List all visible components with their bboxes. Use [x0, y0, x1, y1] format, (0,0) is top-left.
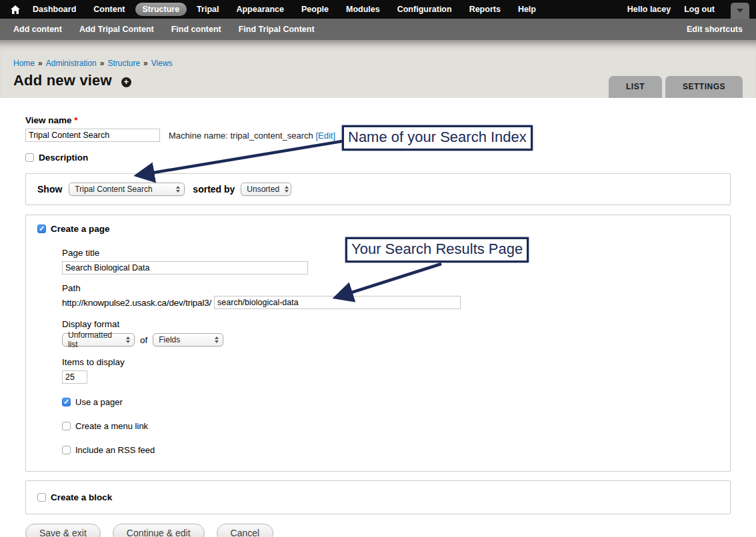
display-format-label: Display format — [62, 319, 719, 329]
breadcrumb-home[interactable]: Home — [13, 59, 35, 68]
local-tasks: LIST SETTINGS — [605, 76, 743, 98]
toolbar-item-reports[interactable]: Reports — [462, 3, 508, 16]
shortcut-add-content[interactable]: Add content — [13, 25, 62, 34]
menu-link-checkbox[interactable] — [62, 422, 71, 430]
menu-link-label: Create a menu link — [75, 421, 148, 431]
logout-link[interactable]: Log out — [677, 5, 721, 14]
show-label: Show — [37, 184, 62, 195]
create-block-section: Create a block — [25, 480, 731, 514]
toolbar-item-appearance[interactable]: Appearance — [229, 3, 291, 16]
create-block-label: Create a block — [51, 492, 112, 502]
items-to-display-input[interactable] — [62, 370, 87, 384]
machine-name-text: Machine name: tripal_content_search [Edi… — [169, 131, 335, 141]
select-arrows-icon — [285, 186, 289, 193]
home-icon[interactable] — [7, 5, 24, 14]
breadcrumb-separator: » — [143, 59, 148, 68]
breadcrumb-structure[interactable]: Structure — [107, 59, 140, 68]
use-pager-label: Use a pager — [75, 397, 123, 407]
items-to-display-label: Items to display — [62, 357, 719, 367]
plus-circle-icon[interactable]: + — [121, 77, 131, 87]
shortcut-add-tripal-content[interactable]: Add Tripal Content — [79, 25, 154, 34]
toolbar-item-dashboard[interactable]: Dashboard — [25, 3, 83, 16]
form-actions: Save & exit Continue & edit Cancel — [25, 524, 731, 537]
add-view-form: View name * Machine name: tripal_content… — [0, 98, 756, 537]
view-name-label: View name * — [25, 115, 731, 125]
show-select[interactable]: Tripal Content Search — [69, 183, 185, 196]
breadcrumb: Home»Administration»Structure»Views — [13, 40, 743, 68]
continue-edit-button[interactable]: Continue & edit — [113, 524, 205, 537]
page-title: Add new view — [13, 72, 112, 89]
edit-shortcuts-link[interactable]: Edit shortcuts — [687, 25, 743, 34]
annotation-note-search-index: Name of your Search Index — [342, 125, 533, 151]
admin-toolbar: Dashboard Content Structure Tripal Appea… — [0, 0, 756, 19]
create-block-checkbox[interactable] — [37, 493, 46, 502]
of-label: of — [140, 335, 147, 345]
toolbar-toggle-button[interactable] — [731, 3, 749, 19]
toolbar-item-modules[interactable]: Modules — [339, 3, 387, 16]
use-pager-checkbox[interactable]: ✓ — [62, 398, 71, 406]
toolbar-item-help[interactable]: Help — [511, 3, 543, 16]
view-name-input[interactable] — [25, 129, 160, 142]
page-header: Home»Administration»Structure»Views Add … — [0, 40, 756, 98]
rss-feed-checkbox[interactable] — [62, 446, 71, 454]
breadcrumb-separator: » — [100, 59, 105, 68]
display-format-select[interactable]: Unformatted list — [62, 333, 135, 346]
machine-name-edit-link[interactable]: [Edit] — [315, 131, 335, 141]
shortcuts-bar: Add content Add Tripal Content Find cont… — [0, 19, 756, 40]
sorted-by-select[interactable]: Unsorted — [241, 183, 291, 196]
tab-settings[interactable]: SETTINGS — [665, 76, 743, 98]
row-style-select[interactable]: Fields — [153, 333, 223, 346]
rss-feed-label: Include an RSS feed — [75, 445, 155, 455]
create-page-label: Create a page — [51, 224, 110, 234]
breadcrumb-separator: » — [38, 59, 43, 68]
select-arrows-icon — [215, 336, 219, 343]
save-exit-button[interactable]: Save & exit — [25, 524, 101, 537]
tab-list[interactable]: LIST — [609, 76, 662, 98]
shortcut-find-content[interactable]: Find content — [171, 25, 221, 34]
cancel-button[interactable]: Cancel — [217, 524, 274, 537]
toolbar-item-content[interactable]: Content — [86, 3, 132, 16]
show-wizard-row: Show Tripal Content Search sorted by Uns… — [25, 173, 731, 205]
path-label: Path — [62, 283, 719, 293]
user-greeting[interactable]: Hello lacey — [621, 5, 677, 14]
create-page-checkbox[interactable]: ✓ — [37, 225, 46, 233]
toolbar-item-people[interactable]: People — [294, 3, 336, 16]
toolbar-item-configuration[interactable]: Configuration — [390, 3, 459, 16]
required-marker: * — [74, 115, 77, 125]
path-prefix: http://knowpulse2.usask.ca/dev/tripal3/ — [62, 298, 211, 308]
toolbar-item-structure[interactable]: Structure — [135, 3, 187, 16]
chevron-down-icon — [737, 9, 743, 13]
select-arrows-icon — [176, 186, 180, 193]
breadcrumb-administration[interactable]: Administration — [46, 59, 97, 68]
sorted-by-label: sorted by — [193, 184, 235, 195]
breadcrumb-views[interactable]: Views — [151, 59, 173, 68]
page-title-input[interactable] — [62, 261, 308, 274]
annotation-note-results-page: Your Search Results Page — [345, 237, 529, 263]
shortcut-find-tripal-content[interactable]: Find Tripal Content — [239, 25, 315, 34]
path-input[interactable] — [214, 296, 461, 309]
select-arrows-icon — [126, 336, 130, 343]
description-label: Description — [39, 153, 88, 163]
toolbar-item-tripal[interactable]: Tripal — [189, 3, 226, 16]
description-checkbox[interactable] — [25, 153, 34, 162]
